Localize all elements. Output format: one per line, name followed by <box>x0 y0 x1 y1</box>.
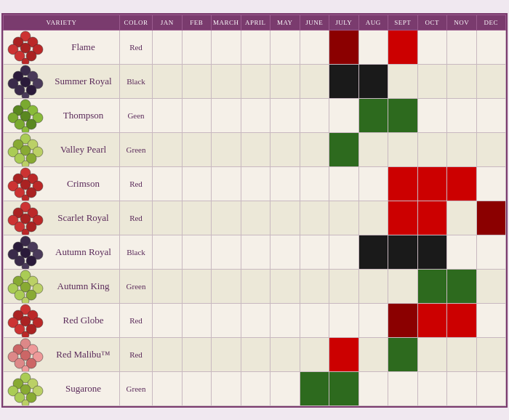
month-cell-5-2 <box>212 201 241 235</box>
nov-header: NOV <box>447 15 477 30</box>
month-cell-10-9 <box>417 371 447 405</box>
month-cell-3-10 <box>447 132 477 166</box>
month-cell-2-6 <box>329 98 359 132</box>
month-cell-2-5 <box>300 98 329 132</box>
month-cell-9-6 <box>329 337 359 371</box>
month-cell-8-7 <box>358 303 388 337</box>
variety-cell-4: Crimson <box>4 166 120 201</box>
month-cell-8-11 <box>476 303 506 337</box>
variety-cell-10: Sugarone <box>4 371 120 405</box>
variety-cell-7: Autumn King <box>4 269 120 303</box>
month-cell-7-7 <box>358 269 388 303</box>
svg-point-71 <box>22 297 29 303</box>
month-cell-5-11 <box>476 201 506 235</box>
color-cell-7: Green <box>120 269 153 303</box>
month-cell-0-6 <box>329 30 359 64</box>
month-cell-8-5 <box>300 303 329 337</box>
variety-cell-8: Red Globe <box>4 303 120 337</box>
table-row: Autumn KingGreen <box>4 269 506 303</box>
grape-image-6 <box>4 235 47 269</box>
month-cell-10-7 <box>358 371 388 405</box>
july-header: JULY <box>329 15 359 30</box>
month-cell-6-5 <box>300 235 329 269</box>
variety-cell-5: Scarlet Royal <box>4 201 120 235</box>
grape-image-1 <box>4 65 47 98</box>
variety-cell-9: Red Malibu™ <box>4 337 120 371</box>
month-cell-1-9 <box>417 64 447 98</box>
month-cell-0-11 <box>476 30 506 64</box>
variety-name-10: Sugarone <box>47 383 119 395</box>
variety-name-5: Scarlet Royal <box>47 212 119 224</box>
table-row: Scarlet RoyalRed <box>4 201 506 235</box>
month-cell-3-3 <box>241 132 270 166</box>
grape-image-10 <box>4 372 47 405</box>
month-cell-9-11 <box>476 337 506 371</box>
svg-point-53 <box>22 229 29 235</box>
grape-image-5 <box>4 201 47 235</box>
color-cell-9: Red <box>120 337 153 371</box>
month-cell-0-0 <box>153 30 183 64</box>
color-cell-2: Geen <box>120 98 153 132</box>
month-cell-0-10 <box>447 30 477 64</box>
month-cell-3-4 <box>270 132 300 166</box>
month-cell-4-3 <box>241 166 270 201</box>
dec-header: DEC <box>476 15 506 30</box>
table-row: Red Malibu™Red <box>4 337 506 371</box>
svg-point-98 <box>22 400 29 405</box>
month-cell-2-8 <box>388 98 418 132</box>
month-cell-2-9 <box>417 98 447 132</box>
month-cell-1-3 <box>241 64 270 98</box>
month-cell-6-2 <box>212 235 241 269</box>
month-cell-0-7 <box>358 30 388 64</box>
month-cell-10-6 <box>329 371 359 405</box>
month-cell-8-1 <box>182 303 212 337</box>
month-cell-8-0 <box>153 303 183 337</box>
month-cell-1-11 <box>476 64 506 98</box>
variety-name-1: Summer Royal <box>47 76 119 87</box>
month-cell-5-6 <box>329 201 359 235</box>
month-cell-7-6 <box>329 269 359 303</box>
variety-cell-3: Valley Pearl <box>4 132 120 166</box>
month-cell-7-11 <box>476 269 506 303</box>
month-cell-6-7 <box>358 235 388 269</box>
month-cell-1-10 <box>447 64 477 98</box>
month-cell-5-4 <box>270 201 300 235</box>
svg-point-80 <box>22 331 29 337</box>
month-cell-10-10 <box>447 371 477 405</box>
month-cell-7-5 <box>300 269 329 303</box>
month-cell-4-1 <box>182 166 212 201</box>
grape-image-8 <box>4 304 47 337</box>
month-cell-2-7 <box>358 98 388 132</box>
month-cell-3-8 <box>388 132 418 166</box>
color-cell-3: Green <box>120 132 153 166</box>
svg-point-35 <box>22 161 29 166</box>
month-cell-4-7 <box>358 166 388 201</box>
variety-cell-1: Summer Royal <box>4 64 120 98</box>
month-cell-4-8 <box>388 166 418 201</box>
month-cell-7-0 <box>153 269 183 303</box>
variety-name-8: Red Globe <box>47 315 119 326</box>
svg-point-26 <box>22 126 29 132</box>
month-cell-1-6 <box>329 64 359 98</box>
availability-table: VARIETY COLOR JAN FEB MARCH APRIL MAY JU… <box>1 13 508 408</box>
month-cell-3-5 <box>300 132 329 166</box>
month-cell-9-7 <box>358 337 388 371</box>
svg-point-44 <box>22 195 29 201</box>
month-cell-7-3 <box>241 269 270 303</box>
month-cell-5-0 <box>153 201 183 235</box>
variety-name-3: Valley Pearl <box>47 144 119 156</box>
month-cell-3-9 <box>417 132 447 166</box>
variety-name-7: Autumn King <box>47 280 119 292</box>
aug-header: AUG <box>358 15 388 30</box>
month-cell-0-9 <box>417 30 447 64</box>
month-cell-5-5 <box>300 201 329 235</box>
variety-name-2: Thompson <box>47 110 119 121</box>
grape-image-2 <box>4 99 47 132</box>
month-cell-1-1 <box>182 64 212 98</box>
month-cell-2-2 <box>212 98 241 132</box>
month-cell-6-9 <box>417 235 447 269</box>
variety-name-0: Flame <box>47 41 119 53</box>
month-cell-9-8 <box>388 337 418 371</box>
month-cell-10-8 <box>388 371 418 405</box>
variety-name-4: Crimson <box>47 178 119 190</box>
